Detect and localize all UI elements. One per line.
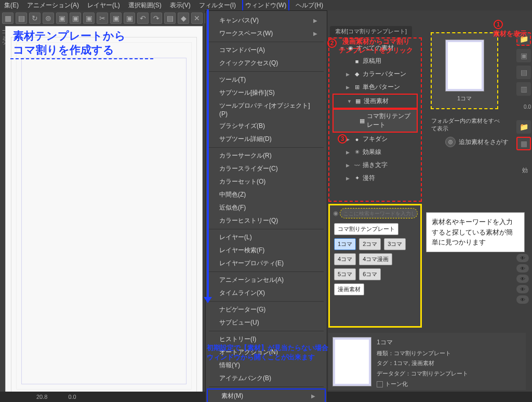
menubar-item[interactable]: ヘルプ(H) — [294, 0, 325, 11]
tree-item[interactable]: ▶✦漫符 — [331, 172, 419, 185]
dropdown-item[interactable]: カラーサークル(R) — [206, 149, 327, 162]
section-tag[interactable]: コマ割りテンプレート — [334, 223, 398, 235]
menubar-item[interactable]: 集(E) — [2, 0, 21, 11]
dropdown-item[interactable]: サブツール詳細(D) — [206, 133, 327, 146]
dropdown-item[interactable]: キャンバス(V)▶ — [206, 14, 327, 27]
detail-datatag-label: データタグ： — [377, 370, 411, 377]
dropdown-item[interactable]: アニメーションセル(A) — [206, 274, 327, 287]
dropdown-item[interactable]: 近似色(F) — [206, 201, 327, 214]
material-tab-header[interactable]: 素材[コマ割りテンプレート] — [330, 26, 412, 37]
tree-item[interactable]: ▶⊞単色パターン — [331, 81, 419, 94]
dropdown-item[interactable]: サブツール[操作](S) — [206, 86, 327, 99]
dropdown-item[interactable]: コマンドバー(A) — [206, 44, 327, 57]
dropdown-item[interactable]: サブビュー(U) — [206, 316, 327, 329]
dropdown-item[interactable]: レイヤー検索(F) — [206, 244, 327, 257]
menubar-item[interactable]: 表示(V) — [168, 0, 193, 11]
search-input[interactable] — [340, 209, 417, 218]
eye-icon[interactable]: 👁 — [516, 275, 529, 283]
menubar-item[interactable]: アニメーション(A) — [25, 0, 81, 11]
toolbar-icon[interactable]: ↻ — [29, 12, 41, 24]
tree-item-label: 漫画素材 — [364, 97, 389, 106]
rail-folder-icon[interactable]: 📁 — [516, 120, 531, 134]
toolbar-icon[interactable]: ✂ — [97, 12, 108, 24]
tree-item[interactable]: ▼▦漫画素材 — [332, 94, 418, 109]
dropdown-item[interactable]: ナビゲーター(G) — [206, 303, 327, 316]
detail-thumbnail[interactable] — [332, 337, 371, 386]
tag-button[interactable]: 6コマ — [359, 268, 381, 280]
rail-material-icon[interactable]: ▦ — [516, 137, 531, 150]
material-preview-panel: 1コマ — [431, 32, 498, 109]
tree-item[interactable]: ▦コマ割りテンプレート — [332, 109, 418, 133]
toolbar-icon[interactable]: ✕ — [191, 12, 203, 24]
dropdown-item[interactable]: 素材(M)▶ — [207, 388, 326, 402]
detail-type-label: 種類： — [377, 350, 394, 356]
rail-icon[interactable]: ▤ — [516, 66, 531, 79]
dropdown-item[interactable]: ツールプロパティ[オブジェクト](P) — [206, 99, 327, 120]
tag-button[interactable]: 2コマ — [359, 238, 381, 250]
dropdown-item[interactable]: ツール(T) — [206, 73, 327, 86]
tree-item[interactable]: ▶◆カラーパターン — [331, 68, 419, 81]
toolbar-icon[interactable]: ▣ — [70, 12, 81, 24]
dropdown-item[interactable]: 中間色(Z) — [206, 188, 327, 201]
rail-number: 0.0 — [524, 104, 531, 110]
dropdown-item[interactable]: ワークスペース(W)▶ — [206, 27, 327, 40]
menubar-item[interactable]: レイヤー(L) — [85, 0, 122, 11]
eye-icon[interactable]: 👁 — [516, 264, 529, 273]
toolbar-icon[interactable]: ▣ — [124, 12, 135, 24]
extra-tag[interactable]: 漫画素材 — [334, 283, 364, 295]
tutorial-title-overlay: 素材テンプレートからコマ割りを作成する — [13, 29, 126, 57]
tree-item[interactable]: ▶〰描き文字 — [331, 159, 419, 172]
dropdown-item[interactable]: クイックアクセス(Q) — [206, 57, 327, 70]
detail-title: 1コマ — [377, 337, 522, 348]
tree-item-icon: ✦ — [353, 175, 361, 182]
dropdown-item[interactable]: レイヤー(L) — [206, 231, 327, 244]
detail-type-value: コマ割りテンプレート — [394, 350, 451, 356]
dropdown-item[interactable]: タイムライン(X) — [206, 287, 327, 300]
tag-button[interactable]: 5コマ — [334, 268, 356, 280]
toolbar-icon[interactable]: ↶ — [137, 12, 149, 24]
menubar-item[interactable]: 選択範囲(S) — [126, 0, 164, 11]
status-angle-value: 0.0 — [68, 394, 76, 400]
toolbar-icon[interactable]: ▤ — [16, 12, 27, 24]
material-detail-panel: 1コマ 種類：コマ割りテンプレート タグ：1コマ, 漫画素材 データタグ：コマ割… — [328, 333, 526, 390]
toolbar-icon[interactable]: ▦ — [2, 12, 14, 24]
tag-button[interactable]: 1コマ — [334, 238, 356, 250]
tag-button[interactable]: 4コマ — [334, 253, 356, 265]
tree-item-icon: ✳ — [353, 149, 361, 156]
tree-item-icon: ◆ — [353, 71, 361, 78]
tree-item[interactable]: ▶✳効果線 — [331, 146, 419, 159]
dropdown-item[interactable]: カラーヒストリー(Q) — [206, 214, 327, 227]
rail-icon[interactable]: ▥ — [516, 82, 531, 96]
rail-icon[interactable]: ▣ — [516, 49, 531, 62]
eye-icon[interactable]: 👁 — [516, 285, 529, 293]
eye-icon[interactable]: 👁 — [516, 295, 529, 304]
tree-item[interactable]: ■原稿用 — [331, 55, 419, 68]
preview-thumbnail[interactable] — [445, 40, 484, 92]
toolbar-icon[interactable]: ▤ — [164, 12, 176, 24]
tree-item-label: 効果線 — [363, 148, 381, 157]
search-help-note: 素材名やキーワードを入力すると探している素材が簡単に見つかります — [426, 212, 525, 252]
dropdown-item[interactable]: ブラシサイズ(B) — [206, 120, 327, 133]
hint-show-all-in-folder[interactable]: フォルダー内の素材をすべて表示 — [431, 117, 504, 133]
dropdown-item[interactable]: カラースライダー(C) — [206, 162, 327, 175]
hint-search-more[interactable]: ⊚ 追加素材をさがす — [445, 137, 518, 147]
canvas-area[interactable] — [5, 26, 203, 400]
dropdown-item[interactable]: レイヤープロパティ(E) — [206, 257, 327, 270]
toolbar-icon[interactable]: ▣ — [56, 12, 68, 24]
tag-button[interactable]: 3コマ — [384, 238, 406, 250]
menubar-item[interactable]: フィルター(I) — [197, 0, 238, 11]
toolbar-icon[interactable]: ◆ — [178, 12, 189, 24]
toolbar-icon[interactable]: ⊚ — [43, 12, 54, 24]
visibility-toggle-column: 👁 👁 👁 👁 👁 — [513, 254, 532, 304]
dropdown-item[interactable]: カラーセット(O) — [206, 175, 327, 188]
detail-datatag-value: コマ割りテンプレート — [411, 370, 468, 377]
dropdown-item[interactable]: アイテムバンク(B) — [206, 372, 327, 385]
marker-2-icon: 2 — [327, 38, 337, 48]
tag-button[interactable]: 4コマ漫画 — [359, 253, 392, 265]
tone-checkbox[interactable] — [377, 381, 383, 387]
toolbar-icon[interactable]: ↷ — [151, 12, 162, 24]
eye-icon[interactable]: 👁 — [516, 254, 529, 262]
tree-item-icon: ■ — [353, 58, 361, 65]
toolbar-icon[interactable]: ▣ — [110, 12, 122, 24]
toolbar-icon[interactable]: ▣ — [83, 12, 95, 24]
